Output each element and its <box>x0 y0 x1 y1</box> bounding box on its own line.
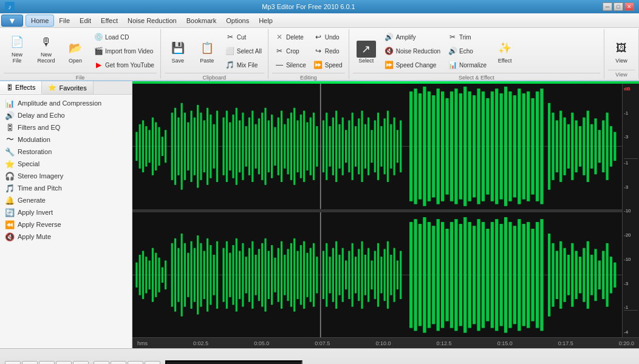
svg-rect-122 <box>583 118 585 175</box>
waveform-track-2[interactable] <box>132 212 622 338</box>
sidebar-item-apply-mute[interactable]: 🔇 Apply Mute <box>0 231 132 243</box>
svg-rect-18 <box>187 123 189 170</box>
svg-rect-59 <box>326 113 327 180</box>
maximize-button[interactable]: □ <box>613 2 623 11</box>
zoom-fit-button[interactable]: ⬜ <box>128 361 143 364</box>
svg-rect-90 <box>441 92 444 201</box>
zoom-out-button[interactable]: 🔍- <box>111 361 126 364</box>
ribbon-view-content: 🖼 View <box>608 30 635 69</box>
sidebar-item-apply-reverse[interactable]: ⏪ Apply Reverse <box>0 218 132 231</box>
sidebar-item-amplitude[interactable]: 📊 Amplitude and Compression <box>0 97 132 109</box>
svg-rect-253 <box>583 248 585 302</box>
new-file-button[interactable]: 📄 New File <box>4 30 30 66</box>
svg-rect-61 <box>332 118 334 175</box>
svg-rect-6 <box>145 126 147 167</box>
noise-reduction-button[interactable]: 🔇 Noise Reduction <box>382 44 443 58</box>
zoom-in-button[interactable]: 🔍+ <box>94 361 109 364</box>
sidebar-item-modulation[interactable]: 〜 Modulation <box>0 133 132 146</box>
clipboard-group-label: Clipboard <box>165 73 264 81</box>
zoom-sel-button[interactable]: ⬛ <box>145 361 160 364</box>
back-button[interactable]: ◀ <box>56 361 72 364</box>
amplify-button[interactable]: 🔊 Amplify <box>382 30 443 44</box>
menu-help[interactable]: Help <box>254 15 278 26</box>
open-button[interactable]: 📂 Open <box>62 30 89 66</box>
crop-icon: ✂ <box>275 46 284 56</box>
ribbon-group-view: 🖼 View View <box>604 29 639 79</box>
waveform-svg-2 <box>132 212 622 338</box>
waveform-track-1[interactable] <box>132 84 622 211</box>
sidebar-item-time-pitch[interactable]: 🎵 Time and Pitch <box>0 182 132 194</box>
svg-rect-19 <box>190 110 192 182</box>
normalize-button[interactable]: 📊 Normalize <box>445 58 489 72</box>
tab-favorites[interactable]: ⭐ Favorites <box>42 81 93 94</box>
cut-button[interactable]: ✂ Cut <box>223 30 264 44</box>
svg-rect-213 <box>400 251 402 298</box>
view-button[interactable]: 🖼 View <box>608 30 635 66</box>
svg-rect-212 <box>397 260 398 289</box>
effect-button[interactable]: ✨ Effect <box>491 30 518 66</box>
waveform-area: dB -1 -3 -1 -3 -10 -20 -10 -3 -1 -4 hms … <box>132 81 639 348</box>
paste-icon: 📋 <box>197 38 217 58</box>
sidebar-item-stereo[interactable]: 🎧 Stereo Imagery <box>0 170 132 182</box>
svg-rect-26 <box>213 124 215 169</box>
delete-icon: ✕ <box>275 32 284 42</box>
sidebar-item-special[interactable]: ⭐ Special <box>0 158 132 170</box>
loop-button[interactable]: ⟳ <box>39 361 55 364</box>
svg-rect-75 <box>377 113 379 180</box>
speed-button[interactable]: ⏩ Speed <box>311 58 345 72</box>
mix-file-button[interactable]: 🎵 Mix File <box>223 58 264 72</box>
svg-rect-260 <box>610 257 612 293</box>
sidebar-item-apply-invert[interactable]: 🔄 Apply Invert <box>0 206 132 218</box>
menu-home[interactable]: Home <box>26 15 54 27</box>
minimize-button[interactable]: ─ <box>603 2 612 11</box>
menu-effect[interactable]: Effect <box>96 15 123 26</box>
delete-button[interactable]: ✕ Delete <box>272 30 309 44</box>
crop-button[interactable]: ✂ Crop <box>272 44 309 58</box>
speed-change-button[interactable]: ⏩ Speed Change <box>382 58 443 72</box>
svg-rect-88 <box>432 95 435 197</box>
select-button[interactable]: ↗ Select <box>353 30 380 66</box>
svg-rect-24 <box>207 108 208 185</box>
select-all-button[interactable]: ⬜ Select All <box>223 44 264 58</box>
play-button[interactable]: ▶ <box>5 361 21 364</box>
forward-button[interactable]: ▶ <box>73 361 89 364</box>
sidebar: 🎛 Effects ⭐ Favorites 📊 Amplitude and Co… <box>0 81 132 348</box>
sidebar-item-restoration[interactable]: 🔧 Restoration <box>0 146 132 158</box>
save-button[interactable]: 💾 Save <box>165 30 191 66</box>
svg-rect-223 <box>450 221 453 328</box>
svg-rect-48 <box>287 118 289 174</box>
svg-rect-138 <box>149 260 151 289</box>
svg-rect-38 <box>255 124 257 169</box>
get-youtube-button[interactable]: ▶ Get from YouTube <box>91 58 157 72</box>
select-effect-group-label: Select & Effect <box>353 73 600 81</box>
svg-rect-252 <box>579 257 581 293</box>
menu-file[interactable]: File <box>54 15 75 26</box>
import-video-button[interactable]: 🎬 Import from Video <box>91 44 157 58</box>
redo-button[interactable]: ↪ Redo <box>311 44 345 58</box>
app-menu-button[interactable]: ▼ <box>1 15 23 27</box>
menu-options[interactable]: Options <box>221 15 254 26</box>
trim-button[interactable]: ✂ Trim <box>445 30 489 44</box>
svg-rect-13 <box>171 113 173 180</box>
paste-button[interactable]: 📋 Paste <box>194 30 220 66</box>
menu-edit[interactable]: Edit <box>75 15 96 26</box>
menu-bookmark[interactable]: Bookmark <box>182 15 222 26</box>
load-cd-button[interactable]: 💿 Load CD <box>91 30 157 44</box>
menu-noise-reduction[interactable]: Noise Reduction <box>123 15 182 26</box>
tab-effects[interactable]: 🎛 Effects <box>0 81 42 94</box>
sidebar-item-filters[interactable]: 🎛 Filters and EQ <box>0 121 132 133</box>
svg-rect-170 <box>258 249 260 301</box>
new-record-icon: 🎙 <box>36 32 56 52</box>
new-record-button[interactable]: 🎙 New Record <box>33 30 60 66</box>
transport-buttons: ▶ ⏮ ⟳ ◀ ▶ ■ ⏸ ● ⏮ ⏭ <box>5 361 89 364</box>
svg-rect-167 <box>248 248 250 302</box>
silence-button[interactable]: — Silence <box>272 58 309 72</box>
sidebar-item-generate[interactable]: 🔔 Generate <box>0 194 132 206</box>
close-button[interactable]: ✕ <box>624 2 634 11</box>
echo-button[interactable]: 🔊 Echo <box>445 44 489 58</box>
to-start-button[interactable]: ⏮ <box>22 361 38 364</box>
undo-button[interactable]: ↩ Undo <box>311 30 345 44</box>
sidebar-item-delay[interactable]: 🔊 Delay and Echo <box>0 109 132 121</box>
speed-change-icon: ⏩ <box>384 60 394 70</box>
apply-mute-icon: 🔇 <box>5 232 15 241</box>
